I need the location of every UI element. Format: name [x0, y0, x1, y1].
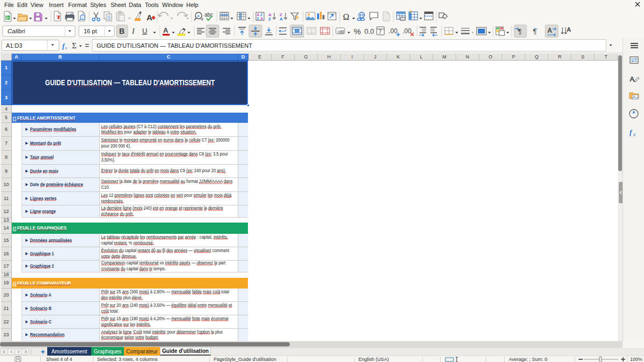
svg-text:U: U — [142, 27, 147, 35]
svg-text:16 pt: 16 pt — [84, 28, 97, 34]
svg-text:.00: .00 — [402, 27, 412, 35]
svg-text:f: f — [630, 128, 633, 136]
svg-text:Ω: Ω — [343, 12, 349, 21]
svg-text:A: A — [257, 13, 260, 17]
svg-text:GUIDE D'UTILISATION — TABLEAU: GUIDE D'UTILISATION — TABLEAU D'AMORTISS… — [97, 42, 252, 49]
svg-text:a: a — [197, 13, 200, 18]
svg-text:A: A — [547, 27, 552, 34]
svg-text:x: x — [633, 131, 636, 137]
svg-text:Σ: Σ — [72, 41, 77, 50]
svg-text:Z: Z — [268, 17, 271, 21]
svg-text:A: A — [147, 13, 152, 22]
svg-text:I: I — [131, 27, 135, 35]
svg-text:Z: Z — [257, 17, 260, 20]
svg-text:A: A — [280, 17, 283, 21]
svg-text:x: x — [64, 45, 67, 50]
svg-text:B: B — [119, 27, 125, 35]
svg-text:A: A — [163, 26, 169, 34]
svg-text:d: d — [201, 17, 203, 21]
svg-text:%: % — [354, 27, 361, 36]
svg-text:Z: Z — [260, 13, 263, 17]
svg-text:0.0: 0.0 — [364, 27, 374, 35]
svg-text:.00: .00 — [389, 27, 398, 35]
svg-text:Calibri: Calibri — [8, 28, 25, 34]
svg-text:A1:D3: A1:D3 — [6, 42, 23, 49]
svg-text:A: A — [567, 26, 571, 33]
svg-text:A: A — [630, 75, 635, 83]
svg-text:=: = — [85, 41, 89, 50]
svg-text:A: A — [260, 17, 263, 20]
svg-text:7: 7 — [379, 29, 382, 35]
